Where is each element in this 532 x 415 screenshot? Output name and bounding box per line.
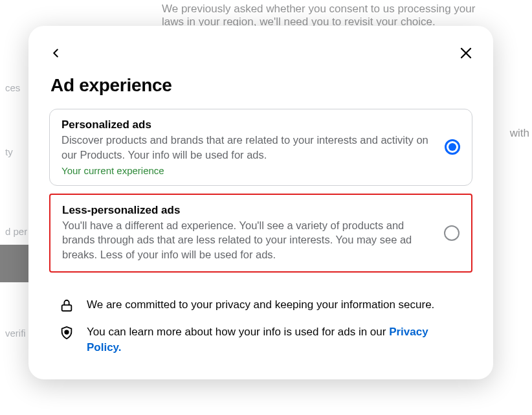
option-text-block: Less-personalized ads You'll have a diff…: [62, 204, 434, 262]
shield-icon: [60, 326, 74, 340]
privacy-commit-row: We are committed to your privacy and kee…: [39, 289, 483, 317]
privacy-commit-text: We are committed to your privacy and kee…: [87, 297, 434, 313]
option-less-personalized-ads[interactable]: Less-personalized ads You'll have a diff…: [49, 194, 472, 273]
option-text-block: Personalized ads Discover products and b…: [61, 118, 434, 176]
privacy-learn-prefix: You can learn more about how your info i…: [87, 326, 389, 338]
lock-icon: [60, 298, 74, 313]
ad-experience-modal: Ad experience Personalized ads Discover …: [28, 26, 493, 379]
back-button[interactable]: [44, 41, 67, 65]
option-title: Personalized ads: [61, 118, 434, 131]
option-desc: Discover products and brands that are re…: [61, 133, 434, 163]
svg-rect-2: [62, 305, 72, 311]
modal-header: [39, 41, 483, 70]
option-desc: You'll have a different ad experience. Y…: [62, 218, 434, 262]
option-personalized-ads[interactable]: Personalized ads Discover products and b…: [49, 109, 472, 186]
current-experience-badge: Your current experience: [61, 165, 434, 176]
privacy-learn-text: You can learn more about how your info i…: [87, 324, 462, 355]
close-button[interactable]: [454, 41, 478, 65]
radio-unselected[interactable]: [444, 225, 460, 241]
radio-selected[interactable]: [445, 139, 460, 155]
option-title: Less-personalized ads: [62, 204, 434, 217]
modal-title: Ad experience: [39, 70, 483, 109]
chevron-left-icon: [49, 46, 63, 60]
close-icon: [458, 45, 474, 61]
privacy-learn-row: You can learn more about how your info i…: [39, 317, 483, 359]
